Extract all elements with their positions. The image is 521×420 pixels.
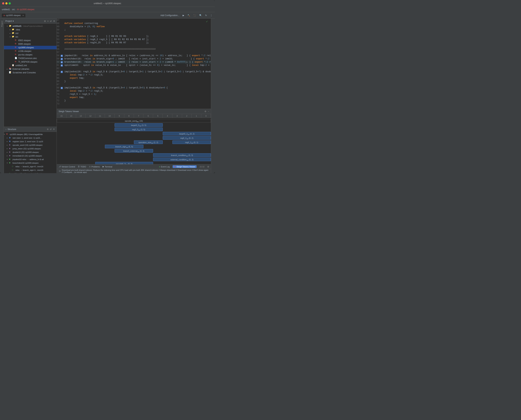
content-area: Project Project ▾ ⊞ ≡ ⇄ ⚙ ▾ 📁 bbox=[0, 19, 215, 173]
add-config-button[interactable]: Add Configuration... bbox=[159, 14, 180, 17]
tree-item-untitled1-iml[interactable]: 📋 untitled1.iml bbox=[4, 64, 57, 67]
struct-opcode[interactable]: ▸ ◈ opcode_word (16) cp1600.slaspec bbox=[4, 143, 57, 147]
project-icon-2[interactable]: ≡ bbox=[47, 20, 48, 22]
ram-icon: ◉ bbox=[9, 136, 12, 139]
leaf-icon: ◇ bbox=[12, 169, 15, 172]
breadcrumb-src[interactable]: src bbox=[12, 8, 15, 11]
struct-jmpdest16[interactable]: ▾ ◆ jmpdest16 reloc → address_hi & ad bbox=[4, 158, 57, 161]
code-row-63: 63 ▶ impliedval16: reg3_5 is reg3_5 & (t… bbox=[57, 70, 211, 73]
token-block-opcode69: opcode6_916 (6, 9) bbox=[95, 162, 153, 164]
tree-label: External Libraries bbox=[13, 68, 29, 70]
tree-item-out[interactable]: ▸ 📁 out bbox=[4, 31, 57, 35]
todo-label: TODO bbox=[80, 166, 86, 168]
tree-item-idea[interactable]: ▸ 📁 .idea bbox=[4, 28, 57, 31]
iml-icon: 📋 bbox=[12, 64, 15, 67]
tree-label: splitimm16 split → value_hi & value bbox=[13, 172, 44, 173]
struct-ram[interactable]: ▸ ◉ ram (size: 1, word size: 1) cp16... bbox=[4, 136, 57, 140]
project-side-tab[interactable]: Project bbox=[0, 19, 4, 29]
project-icon-3[interactable]: ⇄ bbox=[50, 20, 52, 22]
tree-label: 6502.slaspec bbox=[18, 39, 31, 42]
struct-branchdest16[interactable]: ▾ ◆ branchdest16 cp1600.slaspec bbox=[4, 161, 57, 165]
minimize-button[interactable] bbox=[5, 2, 8, 4]
gutter-icon-59[interactable]: ▶ bbox=[61, 58, 63, 60]
sleigh-tokens-status[interactable]: ⚙ Sleigh Tokens Viewer bbox=[173, 165, 197, 168]
version-control-status[interactable]: ⎇ Version Control bbox=[59, 165, 75, 168]
tree-item-scratches[interactable]: 📝 Scratches and Consoles bbox=[4, 71, 57, 75]
tree-item-cp1600[interactable]: ⚙ cp1600.slaspec bbox=[4, 46, 57, 49]
token-block-reg35: reg3_516 (3, 5) bbox=[115, 128, 163, 131]
notification-checkbox[interactable]: ☐ bbox=[59, 170, 61, 172]
project-panel-header: Project ▾ ⊞ ≡ ⇄ ⚙ bbox=[4, 19, 57, 24]
struct-branch-leaf2[interactable]: ◇ reloc → branch_sign=1 ; imm16 bbox=[4, 168, 57, 172]
file-tab[interactable]: ⚙ cp1600.slaspec ✕ bbox=[1, 13, 26, 17]
struct-register[interactable]: ▸ ◉ register (size: 2, word size: 2) cp1… bbox=[4, 140, 57, 143]
structure-sort-icon[interactable]: ↕ bbox=[5, 128, 7, 131]
update-button[interactable]: ↻ bbox=[204, 14, 208, 17]
tokens-header-icons: ⚙ − bbox=[205, 110, 209, 113]
tree-item-timsp430[interactable]: ⚙ TI_MSP430.slaspec bbox=[4, 60, 57, 64]
project-panel-title: Project ▾ bbox=[5, 20, 14, 22]
structure-icon-2[interactable]: ⇄ bbox=[50, 128, 52, 131]
terminal-status[interactable]: ▶ Terminal bbox=[103, 165, 112, 168]
structure-settings-icon[interactable]: ⚙ bbox=[53, 128, 55, 131]
struct-jump[interactable]: ▸ ◈ jump_token (32) cp1600.slaspec bbox=[4, 147, 57, 150]
gutter-icon-58[interactable]: ▶ bbox=[61, 55, 63, 57]
tree-item-ext-libraries[interactable]: ▸ 📚 External Libraries bbox=[4, 67, 57, 71]
todo-status[interactable]: ☰ TODO bbox=[78, 165, 86, 168]
editor-area: ✓ 47 48 define context contextreg bbox=[57, 19, 211, 173]
structure-icon-1[interactable]: ⊞ bbox=[46, 128, 49, 131]
breadcrumb-bar: untitled1 › src › ⚙ cp1600.slaspec bbox=[0, 7, 215, 12]
struct-splitimm16[interactable]: ▾ ◆ splitimm16 split → value_hi & value bbox=[4, 172, 57, 173]
code-editor[interactable]: ✓ 47 48 define context contextreg bbox=[57, 19, 211, 109]
event-log-icon: ● bbox=[159, 166, 160, 168]
problems-status[interactable]: ⚠ Problems bbox=[89, 165, 100, 168]
struct-double16[interactable]: ▸ ◈ double16 (32) cp1600.slaspec bbox=[4, 150, 57, 154]
tree-item-untitled1[interactable]: ▾ 📁 untitled1 ~/IdeaProjects/untitled1 bbox=[4, 24, 57, 28]
tree-item-src[interactable]: ▾ 📁 src bbox=[4, 35, 57, 39]
project-icon-settings[interactable]: ⚙ bbox=[53, 20, 55, 22]
breadcrumb-file[interactable]: ⚙ cp1600.slaspec bbox=[17, 8, 35, 11]
code-row-57: 57 bbox=[57, 51, 211, 54]
code-row-55: 55 bbox=[57, 44, 211, 48]
tokens-collapse-icon[interactable]: − bbox=[208, 110, 209, 113]
tree-item-cr16b[interactable]: ⚙ cr16b.slaspec bbox=[4, 49, 57, 53]
gutter-icon-68[interactable]: ▶ bbox=[61, 87, 63, 89]
search-button[interactable]: 🔍 bbox=[198, 14, 203, 17]
struct-branch-leaf1[interactable]: ◇ reloc → branch_sign=0 ; imm16 bbox=[4, 165, 57, 168]
token-row-branch-sign: branch_sign16 (5, 5) bbox=[57, 145, 211, 149]
breadcrumb-untitled1[interactable]: untitled1 bbox=[2, 8, 10, 11]
structure-tree: ▾ ⚙ cp1600.slaspec (BE) /Users/agatti/Id… bbox=[4, 132, 57, 173]
tree-label: TI_MSP430.slaspec bbox=[18, 61, 38, 63]
tokens-settings-icon[interactable]: ⚙ bbox=[205, 110, 207, 113]
run-button[interactable]: ▶ bbox=[182, 14, 185, 17]
expand-icon[interactable]: ⊞ bbox=[207, 165, 209, 168]
code-row-62: 62 bbox=[57, 67, 211, 70]
tree-label: register (size: 2, word size: 2) cp16 bbox=[13, 140, 43, 142]
stop-button[interactable]: ⬛ bbox=[192, 14, 197, 17]
tree-item-ti430[interactable]: 📄 TI430Common.sinc bbox=[4, 57, 57, 60]
gutter-icon-61[interactable]: ▶ bbox=[61, 64, 63, 67]
maximize-button[interactable] bbox=[8, 2, 11, 4]
event-log-status[interactable]: ● Event Log bbox=[159, 166, 169, 168]
code-row-73: 73 bbox=[57, 102, 211, 105]
tree-label: cp1600.slaspec bbox=[18, 46, 34, 49]
gutter-icon-60[interactable]: ▶ bbox=[61, 61, 63, 63]
code-row-64: 64 local tmp:2 = *:2 reg3_5; bbox=[57, 73, 211, 76]
gutter-icon-63[interactable]: ▶ bbox=[61, 71, 63, 73]
code-table: 47 48 define context contextreg 49 bbox=[57, 19, 211, 105]
tree-item-6502[interactable]: ⚙ 6502.slaspec bbox=[4, 39, 57, 42]
right-scrollbar[interactable] bbox=[212, 19, 214, 22]
tree-item-pa-risc[interactable]: ⚙ pa-risc.slaspec bbox=[4, 53, 57, 57]
struct-cp1600[interactable]: ▾ ⚙ cp1600.slaspec (BE) /Users/agatti/Id… bbox=[4, 133, 57, 136]
project-icon-1[interactable]: ⊞ bbox=[44, 20, 46, 22]
tree-label: cp1600.slaspec (BE) /Users/agatti/Ide bbox=[10, 133, 43, 135]
jump-icon: ◈ bbox=[9, 147, 12, 150]
more-button[interactable]: ⋮ bbox=[209, 14, 214, 17]
tab-close-icon[interactable]: ✕ bbox=[22, 15, 24, 16]
tree-item-8085[interactable]: ⚙ 8085.slaspec bbox=[4, 42, 57, 46]
struct-immediate16[interactable]: ▸ ◈ immediate16 (16) cp1600.slaspec bbox=[4, 154, 57, 158]
close-button[interactable] bbox=[2, 2, 4, 4]
build-button[interactable]: 🔨 bbox=[186, 14, 191, 17]
main-window: untitled1 – cp1600.slaspec untitled1 › s… bbox=[0, 0, 215, 173]
slaspec-icon: ⚙ bbox=[15, 53, 17, 56]
